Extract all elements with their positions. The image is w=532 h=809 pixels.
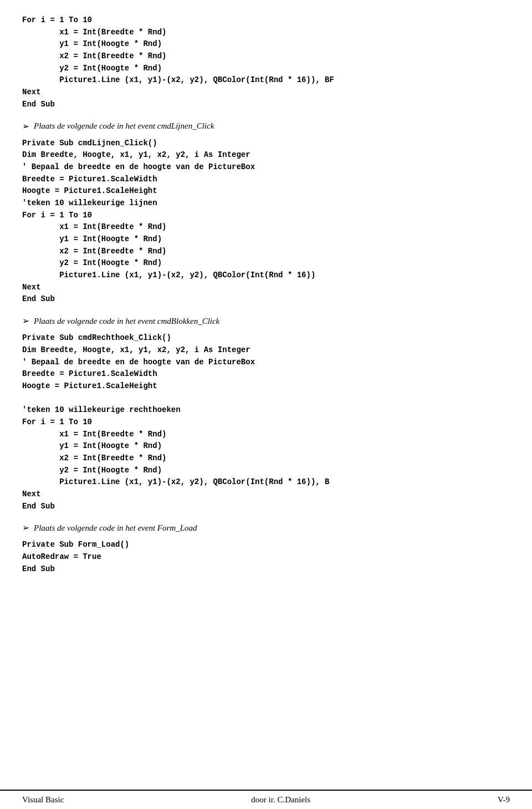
footer-page: V-9 bbox=[498, 795, 510, 805]
arrow-icon-3: ➢ bbox=[22, 521, 29, 535]
code-block-4: Private Sub Form_Load() AutoRedraw = Tru… bbox=[22, 539, 510, 575]
footer: Visual Basic door ir. C.Daniels V-9 bbox=[0, 790, 532, 809]
page-content: For i = 1 To 10 x1 = Int(Breedte * Rnd) … bbox=[0, 0, 532, 790]
footer-author: door ir. C.Daniels bbox=[251, 795, 310, 805]
instruction-2: ➢ Plaats de volgende code in het event c… bbox=[22, 314, 510, 328]
arrow-icon-1: ➢ bbox=[22, 120, 29, 133]
instruction-text-3: Plaats de volgende code in het event For… bbox=[34, 522, 197, 535]
instruction-text-1: Plaats de volgende code in het event cmd… bbox=[34, 120, 214, 133]
footer-subject: Visual Basic bbox=[22, 795, 64, 805]
code-block-2: Private Sub cmdLijnen_Click() Dim Breedt… bbox=[22, 138, 510, 306]
instruction-text-2: Plaats de volgende code in het event cmd… bbox=[34, 315, 219, 328]
arrow-icon-2: ➢ bbox=[22, 314, 29, 328]
code-block-3: Private Sub cmdRechthoek_Click() Dim Bre… bbox=[22, 332, 510, 512]
instruction-3: ➢ Plaats de volgende code in het event F… bbox=[22, 521, 510, 535]
code-block-1: For i = 1 To 10 x1 = Int(Breedte * Rnd) … bbox=[22, 14, 510, 111]
instruction-1: ➢ Plaats de volgende code in het event c… bbox=[22, 120, 510, 133]
